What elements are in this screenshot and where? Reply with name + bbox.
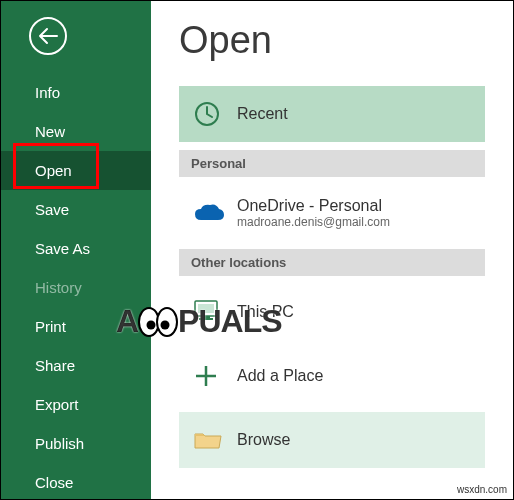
clock-icon	[193, 100, 221, 128]
nav-export[interactable]: Export	[1, 385, 151, 424]
addplace-label: Add a Place	[237, 367, 323, 385]
onedrive-label: OneDrive - Personal	[237, 197, 390, 215]
nav-info[interactable]: Info	[1, 73, 151, 112]
nav-print[interactable]: Print	[1, 307, 151, 346]
svg-rect-4	[199, 318, 213, 320]
nav-save[interactable]: Save	[1, 190, 151, 229]
option-browse[interactable]: Browse	[179, 412, 485, 468]
svg-rect-2	[198, 304, 214, 313]
option-addplace[interactable]: Add a Place	[179, 348, 485, 404]
nav-new[interactable]: New	[1, 112, 151, 151]
svg-rect-3	[202, 316, 210, 318]
nav-close[interactable]: Close	[1, 463, 151, 500]
back-arrow-icon	[37, 27, 59, 45]
section-other: Other locations	[179, 249, 485, 276]
back-button[interactable]	[29, 17, 67, 55]
backstage-frame: Info New Open Save Save As History Print…	[0, 0, 514, 500]
onedrive-icon	[193, 202, 225, 224]
page-title: Open	[179, 19, 485, 62]
nav-save-as[interactable]: Save As	[1, 229, 151, 268]
thispc-label: This PC	[237, 303, 294, 321]
option-onedrive[interactable]: OneDrive - Personal madroane.denis@gmail…	[179, 185, 485, 241]
nav-share[interactable]: Share	[1, 346, 151, 385]
folder-icon	[193, 428, 223, 452]
option-thispc[interactable]: This PC	[179, 284, 485, 340]
sidebar: Info New Open Save Save As History Print…	[1, 1, 151, 499]
nav-open[interactable]: Open	[1, 151, 151, 190]
main-panel: Open Recent Personal OneDrive - Personal…	[151, 1, 513, 499]
recent-label: Recent	[237, 105, 288, 123]
onedrive-email: madroane.denis@gmail.com	[237, 215, 390, 229]
option-recent[interactable]: Recent	[179, 86, 485, 142]
section-personal: Personal	[179, 150, 485, 177]
browse-label: Browse	[237, 431, 290, 449]
nav-history: History	[1, 268, 151, 307]
nav-publish[interactable]: Publish	[1, 424, 151, 463]
addplace-icon	[193, 363, 219, 389]
thispc-icon	[193, 299, 223, 325]
